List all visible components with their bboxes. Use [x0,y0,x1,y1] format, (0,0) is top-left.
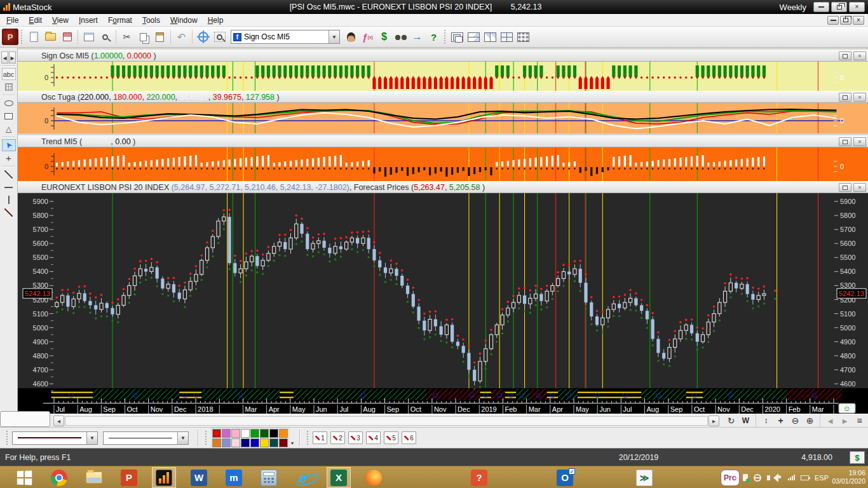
save-button[interactable] [59,29,75,45]
expert-advisor-button[interactable] [343,29,359,45]
toolbar-grip[interactable] [205,431,208,445]
speaker-icon[interactable] [767,475,770,480]
color-swatch[interactable] [279,438,288,447]
taskbar-word[interactable]: W [187,467,211,488]
color-swatch[interactable] [222,438,231,447]
print-preview-button[interactable] [97,29,113,45]
taskbar-file-explorer[interactable] [82,467,106,488]
toolbar-grip[interactable] [307,431,310,445]
taskbar-metastock[interactable] [152,467,176,488]
menu-help[interactable]: Help [203,15,229,26]
status-dollar-button[interactable]: $ [850,451,865,464]
triangle-tool[interactable]: △ [2,123,16,135]
grid-tool[interactable] [2,81,16,93]
taskbar-powerpoint[interactable]: P [117,467,141,488]
color-swatch[interactable] [260,438,269,447]
power-console-button[interactable]: P [2,29,18,45]
system-tester-button[interactable]: $ [376,29,392,45]
panel-maximize-button[interactable] [839,183,851,192]
sign-osc-panel[interactable]: 00 [18,62,868,91]
taskbar-internet-explorer[interactable]: e [292,467,316,488]
scroll-right-button[interactable]: ▸ [709,416,719,426]
new-chart-button[interactable] [26,29,42,45]
open-button[interactable] [43,29,58,45]
line-style-dropdown[interactable]: ▼ [12,431,98,445]
menu-tools[interactable]: Tools [137,15,165,26]
panel-header-trend-mi5[interactable]: Trend MI5 (70.0000, 0.00 ) × [18,135,868,147]
taskbar-help-app[interactable]: ? [467,467,491,488]
color-swatch[interactable] [269,429,278,438]
panel-maximize-button[interactable] [839,137,851,146]
toolbar-grip[interactable] [444,30,447,44]
menu-window[interactable]: Window [165,15,203,26]
tile-horizontal-button[interactable] [466,29,482,45]
pointer-tool[interactable]: ➤ [2,139,16,151]
color-swatch[interactable] [231,438,240,447]
layout-button-4[interactable]: 4 [366,431,381,444]
menu-view[interactable]: View [47,15,74,26]
tools-scroll-left-button[interactable]: ◂ [1,51,8,64]
crosshair-tool[interactable]: + [2,152,16,164]
price-chart[interactable]: 5900590058005800570057005600560055005500… [18,193,868,414]
next-chart-button[interactable]: ▶ [838,416,851,426]
rectangle-tool[interactable] [2,110,16,122]
zoom-out-button[interactable]: ⊖ [789,416,802,426]
ellipse-tool[interactable] [2,97,16,109]
color-swatch[interactable] [250,438,259,447]
taskbar-firefox[interactable] [362,467,386,488]
color-swatch[interactable] [212,438,221,447]
cascade-windows-button[interactable] [449,29,465,45]
tray-expand-icon[interactable]: ▲ [732,475,737,480]
menu-file[interactable]: File [1,15,24,26]
smiley-button[interactable]: ☺ [839,403,855,413]
copy-button[interactable] [135,29,151,45]
layout-button-1[interactable]: 1 [313,431,327,444]
layout-button-2[interactable]: 2 [330,431,345,444]
taskbar-clock[interactable]: 19:06 03/01/2020 [829,469,865,485]
panel-maximize-button[interactable] [839,51,851,60]
toolbar-grip[interactable] [21,30,24,44]
layout-button-5[interactable]: 5 [384,431,398,444]
horizontal-line-tool[interactable] [2,181,16,193]
mdi-restore-button[interactable] [840,16,851,25]
signal-strength-icon[interactable] [788,475,795,480]
taskbar-chrome[interactable] [47,467,71,488]
color-swatch[interactable] [241,429,250,438]
dropdown-button[interactable]: ▼ [86,432,97,444]
menu-insert[interactable]: Insert [74,15,103,26]
horizontal-scrollbar[interactable] [65,416,708,426]
undo-button[interactable]: ↶ [173,29,189,45]
pan-button[interactable]: + [774,416,787,426]
zoom-in-button[interactable]: ⊕ [803,416,817,426]
trend-mi5-panel[interactable]: 00 [18,147,868,181]
osc-tuga-panel[interactable]: 00 [18,103,868,133]
taskbar-project[interactable]: ≫ [632,467,656,488]
paste-button[interactable] [152,29,168,45]
context-help-button[interactable]: ? [426,29,442,45]
taskbar-outlook[interactable]: O✓ [553,467,577,488]
menu-edit[interactable]: Edit [24,15,47,26]
language-indicator[interactable]: ESP [815,474,829,482]
minimize-button[interactable] [813,2,829,12]
vertical-scale-button[interactable]: ↕ [759,416,773,426]
panel-header-main-chart[interactable]: EURONEXT LISBON PSI 20 INDEX (5,264.97, … [18,181,868,193]
tile-quad-button[interactable] [499,29,515,45]
minimized-window-corner[interactable] [0,411,50,427]
explorer-button[interactable] [393,29,409,45]
start-button[interactable] [12,467,36,488]
panel-close-button[interactable]: × [853,183,866,192]
mdi-minimize-button[interactable] [827,16,839,25]
color-swatch[interactable] [231,429,240,438]
text-tool[interactable]: abc [2,68,16,80]
chart-properties-button[interactable] [81,29,97,45]
close-button[interactable]: × [849,2,865,12]
layout-button-3[interactable]: 3 [348,431,363,444]
line-weight-dropdown[interactable]: ▼ [103,431,189,445]
color-swatch[interactable] [269,438,278,447]
palette-dropdown-button[interactable]: ▾ [289,429,295,447]
scroll-left-button[interactable]: ◂ [53,416,64,426]
zoom-select-button[interactable] [212,29,227,45]
restore-button[interactable] [831,2,847,12]
color-swatch[interactable] [279,429,288,438]
periodicity-weekly-button[interactable]: W [739,416,752,426]
